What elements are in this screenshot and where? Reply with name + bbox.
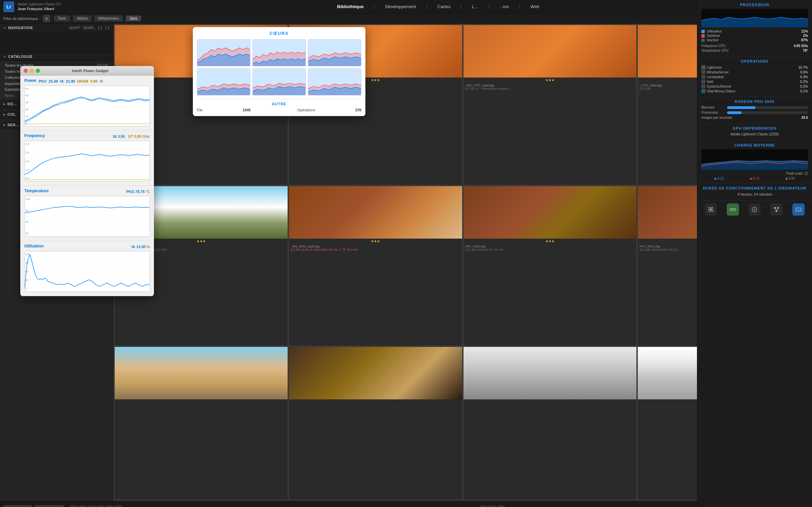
gpu-deps-title: GPU DEPENDENCIES (701, 126, 808, 130)
temp-title: Temperature (24, 189, 49, 193)
memoire-track (727, 106, 808, 109)
op-lightroom-label: Lightroom (707, 66, 797, 69)
filter-attribut[interactable]: Attribut (73, 16, 91, 21)
filter-icon-1[interactable]: ⊕ (43, 15, 50, 22)
istat-icon-memory[interactable] (727, 203, 739, 216)
import-button[interactable]: Importer... (3, 505, 32, 507)
operations-section: OPÉRATIONS Lightroom 10.7% WindowServer … (697, 57, 812, 97)
cores-grid (197, 39, 361, 95)
dram-label: DRAM (77, 79, 88, 83)
photo-cell[interactable]: ★★★ _MG_1737_copie.jpg 8,2 MP A2 – Monas… (464, 25, 636, 185)
photo-stars: ★★★ (464, 239, 636, 244)
freq-ia-val: 3,55 (118, 134, 125, 138)
meta: 8,2 MP QUELLE SENSIBILITE ISO ? ❓ ISO 80… (291, 248, 460, 251)
temp-y-labels: 100 80 60 40 (25, 196, 30, 236)
filter-metadonnees[interactable]: Métadonnées (95, 16, 123, 21)
power-title: Power (24, 78, 37, 83)
nav-11[interactable]: 1:1 (97, 26, 102, 30)
loupe-view-icon[interactable]: ▭ (79, 506, 87, 507)
pkg-label: PKG (39, 79, 47, 83)
nav-adapt[interactable]: ADAPT (69, 26, 80, 30)
catalogue-header[interactable]: ▼ Catalogue (0, 52, 113, 61)
bottom-bar: Importer... Exporter... ⊞ ▭ XY ▭▭ ⊡ 👤 ◁ … (0, 501, 812, 507)
export-button[interactable]: Exporter... (35, 505, 64, 507)
op-coreaudiod-val: 0.3% (800, 75, 808, 79)
photo-cell[interactable]: ★★★ APC_0055.dng 12,2 MP 2018-02-07 ISO … (464, 186, 636, 346)
peak-label: Peak Load: 12 (701, 172, 808, 175)
nav-bibliotheque[interactable]: Bibliothèque (337, 4, 364, 9)
filter-sans[interactable]: Sans (126, 16, 141, 21)
people-view-icon[interactable]: 👤 (114, 506, 122, 507)
close-button[interactable] (24, 69, 28, 73)
systeme-label: Système (707, 34, 801, 38)
power-section: Power PKG 25,48 IA 21,90 DRAM 0,86 W (20, 75, 154, 131)
maximize-button[interactable] (36, 69, 40, 73)
processeur-title: PROCESSEUR (701, 3, 808, 7)
svg-line-35 (776, 209, 778, 210)
filter-texte[interactable]: Texte (54, 16, 70, 21)
nav-12[interactable]: 1:2 (105, 26, 110, 30)
photo-info: _MG_1737_copie.jpg 8,2 MP A2 – Monastery… (464, 83, 636, 91)
ia-label: IA (60, 79, 64, 83)
istat-icon-disk[interactable] (748, 203, 761, 216)
photo-stars: ★★★ (289, 239, 462, 244)
pkg-val: 25,48 (49, 79, 58, 83)
nav-l[interactable]: L... (472, 4, 478, 9)
nav-web[interactable]: Web (531, 4, 540, 9)
core-chart-4 (197, 68, 250, 95)
survey-view-icon[interactable]: ⊡ (106, 506, 113, 507)
photo-cell[interactable] (115, 347, 288, 500)
svg-rect-28 (734, 209, 735, 210)
photo-cell[interactable] (289, 347, 462, 500)
nav-ion[interactable]: ...ion (499, 4, 509, 9)
freq-cpu-row: Fréquence CPU 4.05 GHz (701, 44, 808, 48)
app-title: Adobe Lightroom Classic CC Jean François… (18, 2, 61, 11)
op-lightroom-val: 10.7% (798, 66, 808, 69)
fils-val: 1545 (243, 108, 251, 112)
dos-triangle: ▶ (3, 103, 5, 106)
play2-icon[interactable]: ▶ (497, 506, 505, 507)
inactive-label: Inactive (707, 38, 799, 42)
utilisateur-val: 11% (801, 29, 808, 33)
rotate-right-icon[interactable]: ↻ (489, 506, 496, 507)
xy-view-icon[interactable]: XY (88, 506, 95, 507)
core-chart-2 (252, 39, 306, 66)
navigation-header[interactable]: ▼ Navigation ADAPT REMPL 1:1 1:2 (0, 24, 113, 32)
freq-y-labels: 4,0 3,0 2,0 1,0 0,0 (25, 141, 29, 181)
images-row: Images par seconde 29.5 (701, 116, 808, 119)
op-coreaudiod: coreaudiod 0.3% (701, 75, 808, 79)
utilisateur-dot (701, 30, 705, 33)
utilization-section: Utilization IA 13,50 % 100 80 60 20 0 (20, 241, 154, 296)
cat-triangle: ▼ (3, 55, 6, 58)
compare-view-icon[interactable]: ▭▭ (97, 506, 104, 507)
svg-rect-31 (774, 207, 776, 209)
freq-gt-val: 0,00 (134, 134, 141, 138)
rotate-left-icon[interactable]: ↺ (480, 506, 487, 507)
grid-view-icon[interactable]: ⊞ (70, 506, 78, 507)
freq-title: Frequency (24, 133, 45, 138)
core-chart-1 (197, 39, 250, 66)
istat-icon-gpu[interactable] (792, 203, 805, 216)
photo-info: APC_0055.dng 12,2 MP 2018-02-07 ISO 20 (464, 244, 636, 252)
minimize-button[interactable] (30, 69, 34, 73)
catalogue-title: Catalogue (8, 54, 33, 59)
memoire-fill (727, 106, 755, 109)
istat-icon-cpu[interactable] (705, 203, 717, 216)
nav-cartes[interactable]: Cartes (437, 4, 450, 9)
op-windowserver-val: 0.6% (800, 70, 808, 74)
gadget-title: Intel® Power Gadget (42, 69, 138, 73)
systemui-icon (701, 84, 705, 88)
services-title: Ser... (7, 123, 19, 127)
photo-cell[interactable] (464, 347, 636, 500)
images-label: Images par seconde (701, 116, 732, 119)
memoire-label: Mémoire (701, 106, 725, 109)
images-val: 29.5 (802, 116, 808, 119)
nav-developpement[interactable]: Développement (385, 4, 416, 9)
nav-rempl[interactable]: REMPL (83, 26, 95, 30)
istat-icon-network[interactable] (770, 203, 783, 216)
core-chart-6 (308, 68, 361, 95)
collections-title: Col (7, 112, 16, 116)
photo-cell[interactable]: ★★★ _MG_0034_copie.jpg 8,2 MP QUELLE SEN… (289, 186, 462, 346)
processeur-track (727, 111, 808, 114)
svg-line-34 (775, 209, 777, 210)
